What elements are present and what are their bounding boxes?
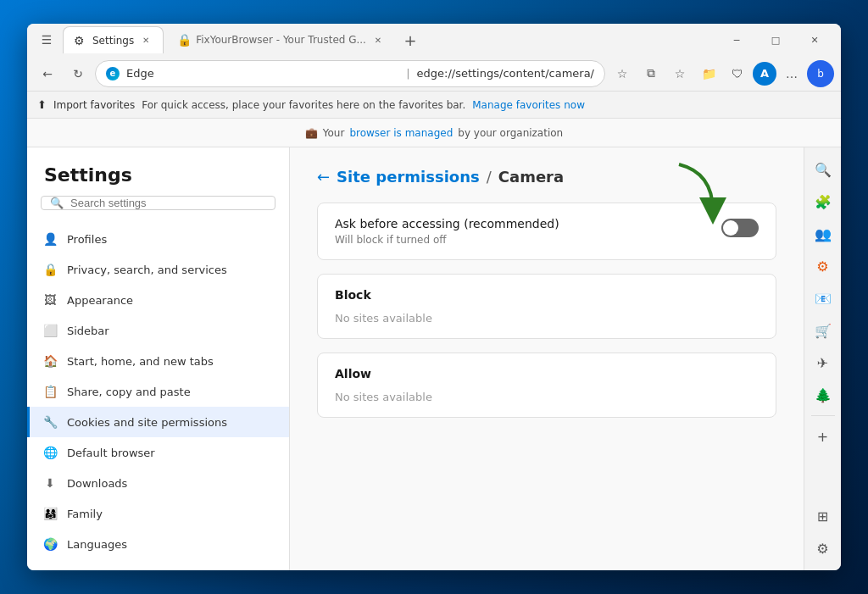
maximize-button[interactable]: □	[756, 26, 795, 53]
profile-avatar[interactable]: A	[753, 62, 776, 86]
breadcrumb-parent-link[interactable]: Site permissions	[337, 168, 480, 186]
address-bar[interactable]: e Edge | edge://settings/content/camera/	[95, 60, 605, 87]
manage-favorites-link[interactable]: Manage favorites now	[472, 99, 585, 111]
sidebar-item-languages[interactable]: 🌍 Languages	[27, 529, 289, 559]
sidebar-item-printers-label: Printers	[67, 569, 109, 571]
edge-logo-icon: e	[106, 67, 120, 80]
right-panel-settings-icon[interactable]: ⚙	[808, 251, 838, 281]
title-bar: ☰ ⚙ Settings ✕ 🔒 FixYourBrowser - Your T…	[27, 24, 841, 56]
search-input[interactable]	[70, 197, 266, 209]
permission-sublabel: Will block if turned off	[335, 234, 559, 246]
sidebar-item-cookies-label: Cookies and site permissions	[67, 416, 227, 429]
back-button[interactable]: ←	[34, 60, 61, 87]
sidebar-toggle-btn[interactable]: ☰	[34, 27, 59, 53]
sidebar-item-sidebar[interactable]: ⬜ Sidebar	[27, 315, 289, 346]
allow-section: Allow No sites available	[317, 353, 776, 418]
sidebar-item-start-home-label: Start, home, and new tabs	[67, 355, 214, 368]
ask-before-accessing-card: Ask before accessing (recommended) Will …	[317, 203, 776, 260]
managed-text-after: by your organization	[458, 127, 563, 139]
favorites-bar: ⬆ Import favorites For quick access, pla…	[27, 92, 841, 119]
sidebar-item-profiles-label: Profiles	[67, 233, 107, 246]
address-divider: |	[406, 67, 409, 80]
default-browser-icon: 🌐	[43, 446, 57, 459]
sidebar-item-share[interactable]: 📋 Share, copy and paste	[27, 376, 289, 407]
settings-tab-label: Settings	[92, 35, 134, 47]
window-controls: ─ □ ✕	[717, 26, 834, 53]
start-home-icon: 🏠	[43, 354, 57, 368]
import-favorites-icon: ⬆	[37, 98, 47, 111]
collections-icon[interactable]: 📁	[695, 60, 722, 87]
sidebar-item-downloads[interactable]: ⬇ Downloads	[27, 468, 289, 498]
settings-more-icon[interactable]: …	[778, 60, 805, 87]
sidebar-item-family[interactable]: 👨‍👩‍👧 Family	[27, 498, 289, 529]
sidebar-nav-icon: ⬜	[43, 324, 57, 337]
nav-section: 👤 Profiles 🔒 Privacy, search, and servic…	[27, 220, 289, 570]
managed-bar: 💼 Your browser is managed by your organi…	[27, 119, 841, 147]
sidebar-item-downloads-label: Downloads	[67, 477, 127, 490]
nav-right-buttons: ☆ ⧉ ☆ 📁 🛡 A … b	[609, 60, 834, 87]
block-section: Block No sites available	[317, 274, 776, 339]
share-icon: 📋	[43, 385, 57, 398]
right-panel-outlook-icon[interactable]: 📧	[808, 283, 838, 314]
right-panel-search-icon[interactable]: 🔍	[808, 154, 838, 185]
refresh-button[interactable]: ↻	[64, 60, 92, 87]
right-panel: 🔍 🧩 👥 ⚙ 📧 🛒 ✈ 🌲 + ⊞ ⚙	[804, 147, 841, 570]
sidebar-item-sidebar-label: Sidebar	[67, 325, 109, 337]
languages-icon: 🌍	[43, 537, 57, 551]
sidebar-item-privacy[interactable]: 🔒 Privacy, search, and services	[27, 254, 289, 285]
permission-label: Ask before accessing (recommended)	[335, 217, 559, 230]
right-panel-tree-icon[interactable]: 🌲	[808, 380, 838, 410]
import-favorites-label[interactable]: Import favorites	[53, 99, 135, 111]
fix-browser-tab-label: FixYourBrowser - Your Trusted G...	[196, 34, 366, 46]
close-button[interactable]: ✕	[795, 26, 834, 53]
right-panel-grid-icon[interactable]: ⊞	[808, 501, 838, 531]
tab-fix-browser[interactable]: 🔒 FixYourBrowser - Your Trusted G... ✕	[167, 26, 395, 53]
sidebar-item-printers[interactable]: 🖨 Printers	[27, 559, 289, 570]
split-screen-icon[interactable]: ⧉	[637, 60, 665, 87]
allow-empty-text: No sites available	[335, 391, 759, 403]
sidebar-item-start-home[interactable]: 🏠 Start, home, and new tabs	[27, 346, 289, 376]
managed-briefcase-icon: 💼	[305, 127, 318, 139]
sidebar-item-cookies[interactable]: 🔧 Cookies and site permissions	[27, 407, 289, 437]
managed-text-before: Your	[323, 127, 345, 139]
browser-window: ☰ ⚙ Settings ✕ 🔒 FixYourBrowser - Your T…	[27, 24, 841, 570]
family-icon: 👨‍👩‍👧	[43, 507, 57, 520]
favorites-star-icon[interactable]: ☆	[609, 60, 636, 87]
tab-settings[interactable]: ⚙ Settings ✕	[63, 26, 164, 53]
sidebar-item-default-browser[interactable]: 🌐 Default browser	[27, 437, 289, 468]
cookies-icon: 🔧	[43, 415, 57, 429]
right-panel-user-icon[interactable]: 👥	[808, 219, 838, 249]
sidebar-item-default-browser-label: Default browser	[67, 447, 155, 459]
back-arrow-icon[interactable]: ←	[317, 168, 330, 186]
search-box[interactable]: 🔍	[41, 196, 275, 210]
minimize-button[interactable]: ─	[717, 26, 756, 53]
breadcrumb-current-page: Camera	[498, 168, 564, 186]
browser-managed-link[interactable]: browser is managed	[349, 127, 453, 139]
settings-sidebar: Settings 🔍 👤 Profiles 🔒 Privacy, search,…	[27, 147, 290, 570]
block-empty-text: No sites available	[335, 312, 759, 325]
browser-essentials-icon[interactable]: 🛡	[724, 60, 751, 87]
right-panel-gear-icon[interactable]: ⚙	[808, 533, 838, 563]
sidebar-item-appearance[interactable]: 🖼 Appearance	[27, 285, 289, 315]
navigation-bar: ← ↻ e Edge | edge://settings/content/cam…	[27, 56, 841, 92]
settings-title: Settings	[27, 147, 289, 196]
new-tab-button[interactable]: +	[398, 28, 422, 52]
block-section-title: Block	[335, 288, 759, 302]
sidebar-item-profiles[interactable]: 👤 Profiles	[27, 224, 289, 254]
settings-tab-close[interactable]: ✕	[139, 34, 153, 47]
fix-browser-tab-close[interactable]: ✕	[371, 33, 385, 47]
permission-text: Ask before accessing (recommended) Will …	[335, 217, 559, 246]
allow-section-title: Allow	[335, 367, 759, 380]
reading-list-icon[interactable]: ☆	[666, 60, 693, 87]
search-icon: 🔍	[50, 197, 64, 209]
right-panel-extensions-icon[interactable]: 🧩	[808, 186, 838, 217]
breadcrumb-separator: /	[487, 168, 492, 186]
camera-permission-toggle[interactable]	[721, 219, 759, 237]
favorites-bar-message: For quick access, place your favorites h…	[142, 99, 465, 111]
profiles-icon: 👤	[43, 232, 57, 246]
right-panel-send-icon[interactable]: ✈	[808, 347, 838, 378]
right-panel-shopping-icon[interactable]: 🛒	[808, 315, 838, 346]
sidebar-item-share-label: Share, copy and paste	[67, 386, 191, 398]
right-panel-add-icon[interactable]: +	[808, 421, 838, 452]
bing-copilot-button[interactable]: b	[807, 60, 834, 87]
